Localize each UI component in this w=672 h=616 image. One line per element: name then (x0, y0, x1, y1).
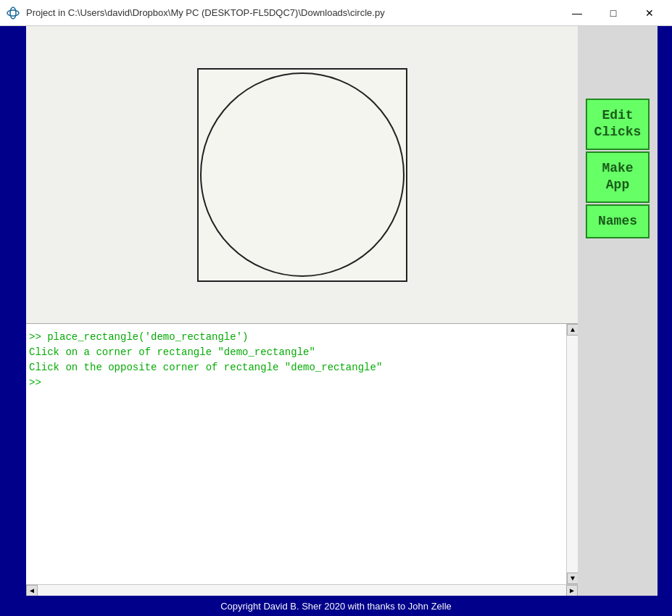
title-bar: Project in C:\Users\david\Dropbox\My PC … (0, 0, 672, 26)
terminal-area: >> place_rectangle('demo_rectangle') Cli… (26, 323, 578, 584)
rectangle-shape (197, 68, 407, 282)
scroll-right-arrow[interactable]: ▶ (566, 585, 578, 596)
right-sidebar (658, 26, 672, 596)
h-scroll-track[interactable] (38, 585, 566, 596)
drawing-area (26, 26, 578, 323)
window-title: Project in C:\Users\david\Dropbox\My PC … (26, 7, 385, 18)
edit-clicks-button[interactable]: EditClicks (586, 99, 650, 150)
horizontal-scrollbar[interactable]: ◀ ▶ (26, 584, 578, 596)
names-button[interactable]: Names (586, 204, 650, 238)
canvas-area: >> place_rectangle('demo_rectangle') Cli… (26, 26, 578, 596)
scroll-left-arrow[interactable]: ◀ (26, 585, 38, 596)
terminal-line-4: >> (29, 375, 563, 391)
app-icon (6, 6, 20, 20)
minimize-button[interactable]: — (560, 3, 594, 23)
terminal-line-3: Click on the opposite corner of rectangl… (29, 360, 563, 375)
window-controls: — □ ✕ (560, 3, 666, 23)
right-panel: EditClicks MakeApp Names (578, 26, 658, 596)
left-sidebar (0, 26, 26, 596)
bottom-bar: Copyright David B. Sher 2020 with thanks… (0, 596, 672, 616)
svg-point-1 (7, 10, 19, 16)
make-app-button[interactable]: MakeApp (586, 151, 650, 203)
main-area: >> place_rectangle('demo_rectangle') Cli… (0, 26, 672, 596)
scroll-down-arrow[interactable]: ▼ (567, 573, 578, 584)
scroll-up-arrow[interactable]: ▲ (567, 324, 578, 336)
scroll-track[interactable] (567, 336, 578, 573)
canvas-container (197, 68, 407, 282)
terminal-line-1: >> place_rectangle('demo_rectangle') (29, 330, 563, 345)
copyright-text: Copyright David B. Sher 2020 with thanks… (220, 601, 452, 612)
terminal-line-2: Click on a corner of rectangle "demo_rec… (29, 345, 563, 360)
title-bar-left: Project in C:\Users\david\Dropbox\My PC … (6, 6, 385, 20)
vertical-scrollbar[interactable]: ▲ ▼ (566, 324, 578, 584)
close-button[interactable]: ✕ (633, 3, 666, 23)
circle-shape (200, 72, 405, 277)
svg-point-0 (10, 7, 16, 19)
maximize-button[interactable]: □ (597, 3, 630, 23)
